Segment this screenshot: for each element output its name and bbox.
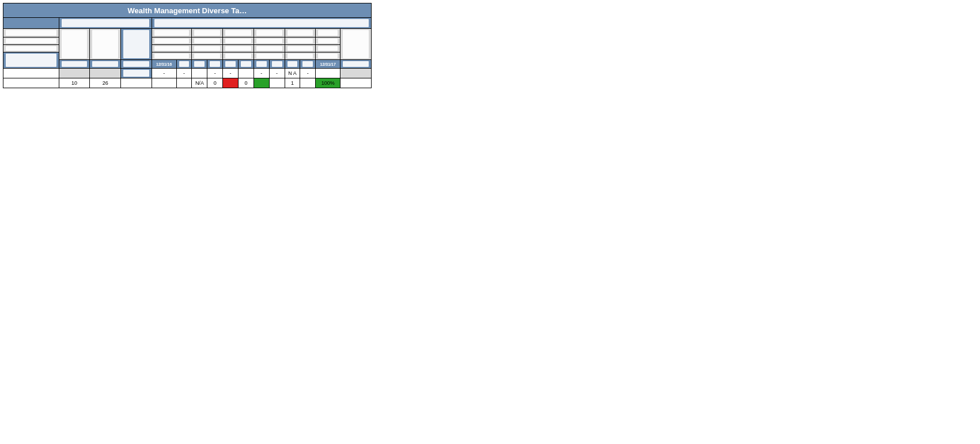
sub-0-3 [253, 37, 285, 45]
sub-1-2 [223, 45, 254, 52]
row2-c8: 1 [285, 78, 300, 88]
row2-c6 [253, 78, 269, 88]
row1-c8: N A [285, 69, 300, 78]
sub-0-2 [223, 37, 254, 45]
row1-c11 [340, 69, 372, 78]
row1-c3: - [207, 69, 223, 78]
sub-0-1 [192, 37, 223, 45]
grp-hdr-1 [192, 29, 223, 37]
sub-2-2 [223, 52, 254, 60]
row1-name [3, 69, 59, 78]
mini-mid-3 [121, 60, 152, 69]
left-footer-label [3, 52, 59, 69]
mini-h-8 [285, 60, 300, 69]
row2-c3: 0 [207, 78, 223, 88]
mini-h-1 [176, 60, 192, 69]
row1-c4: - [223, 69, 239, 78]
mini-mid-1 [59, 60, 90, 69]
title-text: Wealth Management Diverse Ta… [128, 6, 247, 15]
mini-h-7 [269, 60, 285, 69]
sub-1-3 [253, 45, 285, 52]
grp-hdr-6 [340, 29, 372, 60]
data-table: Wealth Management Diverse Ta… [3, 3, 372, 88]
row2-c5: 0 [239, 78, 254, 88]
title-cell: Wealth Management Diverse Ta… [3, 3, 372, 18]
mini-h-4 [223, 60, 239, 69]
table-row: 10 26 N/A 0 0 1 100% [3, 78, 372, 88]
sub-2-1 [192, 52, 223, 60]
row1-c6: - [253, 69, 269, 78]
sub-0-0 [152, 37, 192, 45]
row2-mid-0: 10 [59, 78, 90, 88]
sub-1-5 [316, 45, 340, 52]
row2-c2: N/A [192, 78, 207, 88]
left-sub-a2 [3, 37, 59, 45]
spreadsheet-fragment: Wealth Management Diverse Ta… [3, 3, 372, 88]
row1-c2 [192, 69, 207, 78]
sub-2-3 [253, 52, 285, 60]
row2-mid-1: 26 [90, 78, 121, 88]
row1-c1: - [176, 69, 192, 78]
grp-hdr-3 [253, 29, 285, 37]
grp-hdr-0 [152, 29, 192, 37]
mid-col-1 [59, 29, 90, 60]
row2-c7 [269, 78, 285, 88]
date-right: 12/31/17 [316, 60, 340, 69]
mini-h-5 [239, 60, 254, 69]
section-header-right [152, 18, 371, 29]
row2-c9 [300, 78, 316, 88]
row2-c1 [176, 78, 192, 88]
mini-h-2 [192, 60, 207, 69]
row2-c0 [152, 78, 176, 88]
sub-2-5 [316, 52, 340, 60]
row1-mid-0 [59, 69, 90, 78]
row1-c7: - [269, 69, 285, 78]
row1-c10 [316, 69, 340, 78]
mini-h-9 [300, 60, 316, 69]
row2-c4 [223, 78, 239, 88]
mini-mid-2 [90, 60, 121, 69]
mini-h-6 [253, 60, 269, 69]
section-header-left [59, 18, 152, 29]
mid-col-3 [121, 29, 152, 60]
grp-hdr-5 [316, 29, 340, 37]
row1-c9: - [300, 69, 316, 78]
date-left: 12/31/16 [152, 60, 176, 69]
grp-hdr-2 [223, 29, 254, 37]
sub-0-5 [316, 37, 340, 45]
sub-2-4 [285, 52, 316, 60]
grp-hdr-4 [285, 29, 316, 37]
sub-1-1 [192, 45, 223, 52]
row2-c11 [340, 78, 372, 88]
left-sub-a3 [3, 45, 59, 52]
row2-name [3, 78, 59, 88]
blank-left-header [3, 18, 59, 29]
row1-c5 [239, 69, 254, 78]
row1-mid-2 [121, 69, 152, 78]
mini-h-end [340, 60, 372, 69]
row2-c10: 100% [316, 78, 340, 88]
sub-2-0 [152, 52, 192, 60]
row1-mid-1 [90, 69, 121, 78]
sub-1-0 [152, 45, 192, 52]
row1-c0: - [152, 69, 176, 78]
mini-h-3 [207, 60, 223, 69]
left-sub-a1 [3, 29, 59, 37]
table-row: - - - - - - N A - [3, 69, 372, 78]
mid-col-2 [90, 29, 121, 60]
sub-0-4 [285, 37, 316, 45]
row2-mid-2 [121, 78, 152, 88]
sub-1-4 [285, 45, 316, 52]
